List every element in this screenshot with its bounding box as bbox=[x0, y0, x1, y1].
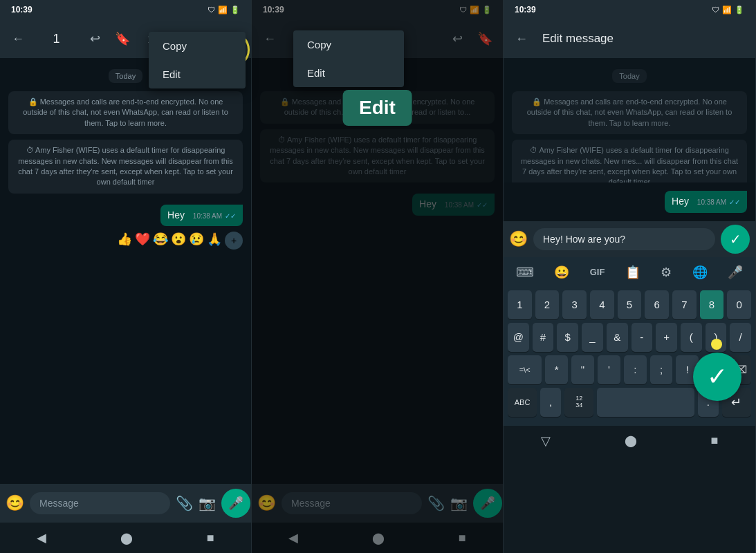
nav-bar-1: ◀ ⬤ ■ bbox=[0, 523, 251, 553]
kb-key-1[interactable]: 1 bbox=[508, 290, 532, 319]
edit-emoji-icon[interactable]: 😊 bbox=[509, 230, 528, 248]
reply-button-1[interactable]: ↩ bbox=[82, 26, 107, 51]
status-bar-1: 10:39 🛡 📶 🔋 bbox=[0, 0, 251, 19]
nav-home-1[interactable]: ⬤ bbox=[120, 532, 133, 545]
message-input-1[interactable] bbox=[30, 492, 170, 514]
status-bar-3: 10:39 🛡 📶 🔋 bbox=[504, 0, 755, 19]
kb-key-comma[interactable]: , bbox=[540, 388, 561, 417]
kb-key-colon[interactable]: : bbox=[624, 355, 647, 384]
chat-area-3: Today 🔒 Messages and calls are end-to-en… bbox=[504, 58, 755, 182]
react-more-1[interactable]: + bbox=[225, 232, 243, 250]
kb-key-space[interactable] bbox=[597, 388, 694, 417]
nav-home-3[interactable]: ⬤ bbox=[625, 434, 637, 447]
kb-key-abc[interactable]: ABC bbox=[508, 388, 537, 417]
edit-send-button[interactable]: ✓ bbox=[721, 225, 750, 254]
signal-icon: 📶 bbox=[218, 6, 228, 15]
message-time-3: 10:38 AM bbox=[697, 198, 726, 206]
kb-emoji-icon[interactable]: 😀 bbox=[550, 265, 573, 280]
kb-settings-icon[interactable]: ⚙ bbox=[656, 265, 676, 280]
kb-key-dollar[interactable]: $ bbox=[557, 323, 578, 352]
chat-area-1: Today 🔒 Messages and calls are end-to-en… bbox=[0, 58, 251, 484]
kb-key-4[interactable]: 4 bbox=[590, 290, 614, 319]
battery-icon-3: 🔋 bbox=[735, 6, 744, 15]
kb-key-star[interactable]: * bbox=[545, 355, 568, 384]
context-copy-1[interactable]: Copy bbox=[149, 32, 246, 60]
kb-key-numswitch[interactable]: 1234 bbox=[564, 388, 593, 417]
kb-key-hash[interactable]: # bbox=[533, 323, 554, 352]
nav-back-3[interactable]: ▽ bbox=[541, 433, 551, 449]
react-thumbs-1[interactable]: 👍 bbox=[117, 232, 132, 250]
message-text-1: Hey bbox=[167, 209, 185, 221]
message-area-3: Hey 10:38 AM ✓✓ bbox=[504, 182, 755, 221]
message-ticks-1: ✓✓ bbox=[225, 212, 236, 220]
nav-recent-1[interactable]: ■ bbox=[207, 531, 214, 545]
kb-key-squote[interactable]: ' bbox=[598, 355, 620, 384]
kb-key-switch[interactable]: =\< bbox=[508, 355, 542, 384]
emoji-icon-1[interactable]: 😊 bbox=[6, 494, 24, 512]
kb-key-at[interactable]: @ bbox=[508, 323, 529, 352]
nav-bar-3: ▽ ⬤ ■ bbox=[504, 426, 755, 456]
kb-gif-icon[interactable]: GIF bbox=[586, 267, 609, 277]
kb-globe-icon[interactable]: 🌐 bbox=[688, 265, 712, 280]
signal-icon-3: 📶 bbox=[722, 6, 732, 15]
attach-icon-1[interactable]: 📎 bbox=[176, 495, 193, 512]
system-msg-1b: ⏱ Amy Fisher (WIFE) uses a default timer… bbox=[8, 140, 243, 194]
mic-button-1[interactable]: 🎤 bbox=[221, 489, 250, 518]
battery-icon: 🔋 bbox=[230, 6, 240, 15]
camera-icon-1[interactable]: 📷 bbox=[199, 495, 216, 512]
edit-title: Edit message bbox=[542, 32, 614, 46]
kb-key-amp[interactable]: & bbox=[607, 323, 628, 352]
context-menu-1: Copy Edit bbox=[149, 32, 246, 88]
panel-1: 10:39 🛡 📶 🔋 ← 1 ↩ 🔖 ℹ 🗑 ↪ ⋮ Today 🔒 Mess… bbox=[0, 0, 252, 553]
message-text-3: Hey bbox=[672, 196, 689, 207]
kb-key-underscore[interactable]: _ bbox=[582, 323, 603, 352]
kb-key-0[interactable]: 0 bbox=[727, 290, 751, 319]
react-wow-1[interactable]: 😮 bbox=[171, 232, 186, 250]
kb-key-8[interactable]: 8 bbox=[700, 290, 724, 319]
panel-2: 10:39 🛡 📶 🔋 ← 1 ↩ 🔖 Tod... 🔒 Messages an… bbox=[252, 0, 504, 553]
bookmark-button-1[interactable]: 🔖 bbox=[110, 26, 135, 51]
kb-key-5[interactable]: 5 bbox=[618, 290, 642, 319]
dropdown-2: Copy Edit bbox=[293, 30, 404, 87]
edit-header: ← Edit message bbox=[504, 19, 755, 58]
back-button-3[interactable]: ← bbox=[509, 26, 534, 51]
react-laugh-1[interactable]: 😂 bbox=[153, 232, 168, 250]
nav-back-1[interactable]: ◀ bbox=[37, 530, 46, 545]
kb-key-7[interactable]: 7 bbox=[672, 290, 697, 319]
input-bar-1: 😊 📎 📷 🎤 bbox=[0, 484, 251, 523]
react-heart-1[interactable]: ❤️ bbox=[135, 232, 150, 250]
kb-mic-icon[interactable]: 🎤 bbox=[723, 265, 747, 280]
teal-circle-confirm[interactable]: ✓ bbox=[693, 353, 741, 401]
kb-clipboard-icon[interactable]: 📋 bbox=[621, 265, 645, 280]
nav-recent-3[interactable]: ■ bbox=[711, 433, 719, 448]
react-sad-1[interactable]: 😢 bbox=[189, 232, 204, 250]
edit-input-bar: 😊 ✓ bbox=[504, 221, 755, 257]
panel-3: 10:39 🛡 📶 🔋 ← Edit message Today 🔒 Messa… bbox=[504, 0, 756, 553]
reaction-bar-1: 👍 ❤️ 😂 😮 😢 🙏 + bbox=[117, 232, 243, 250]
yellow-dot-3 bbox=[711, 339, 722, 350]
message-ticks-3: ✓✓ bbox=[729, 198, 740, 206]
shield-icon-3: 🛡 bbox=[712, 6, 719, 14]
dropdown-edit-2[interactable]: Edit bbox=[293, 59, 404, 87]
kb-key-6[interactable]: 6 bbox=[645, 290, 669, 319]
kb-key-2[interactable]: 2 bbox=[535, 290, 560, 319]
edit-message-input[interactable] bbox=[533, 228, 715, 250]
kb-key-dash[interactable]: - bbox=[631, 323, 653, 352]
kb-key-dquote[interactable]: " bbox=[571, 355, 594, 384]
message-bubble-1[interactable]: Hey 10:38 AM ✓✓ bbox=[160, 205, 243, 227]
kb-key-slash[interactable]: / bbox=[730, 323, 751, 352]
kb-key-lparen[interactable]: ( bbox=[681, 323, 702, 352]
back-button-1[interactable]: ← bbox=[6, 26, 30, 51]
kb-key-3[interactable]: 3 bbox=[562, 290, 587, 319]
kb-layout-icon[interactable]: ⌨ bbox=[512, 265, 538, 280]
react-pray-1[interactable]: 🙏 bbox=[207, 232, 222, 250]
kb-key-plus[interactable]: + bbox=[656, 323, 677, 352]
status-icons-3: 🛡 📶 🔋 bbox=[712, 6, 744, 15]
dropdown-copy-2[interactable]: Copy bbox=[293, 30, 404, 59]
system-msg-1a: 🔒 Messages and calls are end-to-end encr… bbox=[8, 91, 243, 134]
kb-key-semicolon[interactable]: ; bbox=[650, 355, 673, 384]
context-edit-1[interactable]: Edit bbox=[149, 60, 246, 88]
system-msg-3b: ⏱ Amy Fisher (WIFE) uses a default timer… bbox=[512, 140, 747, 182]
message-bubble-3[interactable]: Hey 10:38 AM ✓✓ bbox=[665, 191, 747, 213]
date-badge-1: Today bbox=[109, 69, 142, 83]
